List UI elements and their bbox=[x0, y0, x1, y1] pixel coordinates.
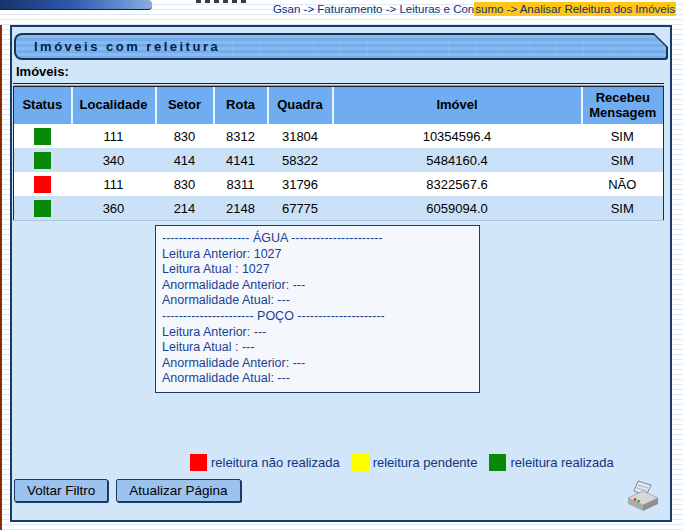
col-setor: Setor bbox=[156, 85, 214, 124]
detail-line: Leitura Atual : --- bbox=[162, 340, 474, 356]
col-rota: Rota bbox=[214, 85, 268, 124]
detail-line: Anormalidade Anterior: --- bbox=[162, 356, 474, 372]
cell-setor: 830 bbox=[156, 172, 214, 196]
legend-yellow-swatch bbox=[352, 454, 369, 471]
cell-rota: 4141 bbox=[214, 148, 268, 172]
cell-localidade: 111 bbox=[72, 172, 156, 196]
detail-line: Leitura Atual : 1027 bbox=[162, 262, 474, 278]
left-maroon-divider bbox=[0, 25, 2, 530]
detail-line: --------------------- ÁGUA -------------… bbox=[162, 231, 474, 247]
banner-fragment bbox=[0, 0, 152, 10]
cell-imovel: 5484160.4 bbox=[333, 148, 582, 172]
cell-localidade: 360 bbox=[72, 196, 156, 221]
status-square[interactable] bbox=[34, 128, 51, 145]
detail-line: Anormalidade Anterior: --- bbox=[162, 278, 474, 294]
detail-line: Leitura Anterior: 1027 bbox=[162, 247, 474, 263]
legend-red-label: releitura não realizada bbox=[211, 455, 340, 470]
status-square[interactable] bbox=[34, 200, 51, 217]
detail-line: Anormalidade Atual: --- bbox=[162, 293, 474, 309]
detail-line: Anormalidade Atual: --- bbox=[162, 371, 474, 387]
cell-imovel: 10354596.4 bbox=[333, 124, 582, 148]
cell-quadra: 67775 bbox=[268, 196, 333, 221]
detail-line: ---------------------- POÇO ------------… bbox=[162, 309, 474, 325]
reading-detail-box: --------------------- ÁGUA -------------… bbox=[155, 225, 480, 393]
cell-localidade: 111 bbox=[72, 124, 156, 148]
cell-rota: 2148 bbox=[214, 196, 268, 221]
cell-rota: 8312 bbox=[214, 124, 268, 148]
button-bar: Voltar Filtro Atualizar Página bbox=[14, 479, 241, 502]
legend-red-swatch bbox=[190, 454, 207, 471]
cutoff-text-fragment bbox=[196, 0, 248, 3]
cell-recebeu: NÃO bbox=[582, 172, 664, 196]
cell-quadra: 31804 bbox=[268, 124, 333, 148]
content-panel: Imóveis com releitura Imóveis: Status Lo… bbox=[10, 25, 672, 522]
cell-setor: 414 bbox=[156, 148, 214, 172]
table-row[interactable]: 111 830 8311 31796 8322567.6 NÃO bbox=[14, 172, 664, 196]
printer-icon[interactable] bbox=[624, 476, 662, 514]
breadcrumb: Gsan -> Faturamento -> Leituras e Consum… bbox=[273, 3, 676, 15]
detail-line: Leitura Anterior: --- bbox=[162, 325, 474, 341]
legend-green-swatch bbox=[489, 454, 506, 471]
cell-quadra: 58322 bbox=[268, 148, 333, 172]
cell-imovel: 8322567.6 bbox=[333, 172, 582, 196]
status-square[interactable] bbox=[34, 152, 51, 169]
cell-quadra: 31796 bbox=[268, 172, 333, 196]
legend-green-label: releitura realizada bbox=[510, 455, 613, 470]
cell-recebeu: SIM bbox=[582, 148, 664, 172]
imoveis-label: Imóveis: bbox=[16, 64, 69, 79]
col-quadra: Quadra bbox=[268, 85, 333, 124]
cell-rota: 8311 bbox=[214, 172, 268, 196]
page-title: Imóveis com releitura bbox=[16, 39, 220, 54]
col-recebeu-mensagem: Recebeu Mensagem bbox=[582, 85, 664, 124]
table-row[interactable]: 111 830 8312 31804 10354596.4 SIM bbox=[14, 124, 664, 148]
col-imovel: Imóvel bbox=[333, 85, 582, 124]
atualizar-pagina-button[interactable]: Atualizar Página bbox=[116, 479, 240, 502]
cell-setor: 214 bbox=[156, 196, 214, 221]
breadcrumb-highlighted-path[interactable]: sumo -> Analisar Releitura dos Imóveis bbox=[474, 2, 676, 16]
status-legend: releitura não realizada releitura penden… bbox=[190, 454, 626, 471]
cell-recebeu: SIM bbox=[582, 124, 664, 148]
section-titlebar: Imóveis com releitura bbox=[14, 33, 668, 60]
status-square[interactable] bbox=[34, 176, 51, 193]
table-header-row: Status Localidade Setor Rota Quadra Imóv… bbox=[14, 85, 664, 124]
imoveis-table: Status Localidade Setor Rota Quadra Imóv… bbox=[13, 83, 664, 221]
cell-imovel: 6059094.0 bbox=[333, 196, 582, 221]
legend-yellow-label: releitura pendente bbox=[373, 455, 478, 470]
table-row[interactable]: 340 414 4141 58322 5484160.4 SIM bbox=[14, 148, 664, 172]
cell-recebeu: SIM bbox=[582, 196, 664, 221]
col-status: Status bbox=[14, 85, 72, 124]
voltar-filtro-button[interactable]: Voltar Filtro bbox=[14, 479, 108, 502]
cell-setor: 830 bbox=[156, 124, 214, 148]
cell-localidade: 340 bbox=[72, 148, 156, 172]
table-row[interactable]: 360 214 2148 67775 6059094.0 SIM bbox=[14, 196, 664, 221]
col-localidade: Localidade bbox=[72, 85, 156, 124]
breadcrumb-path[interactable]: Gsan -> Faturamento -> Leituras e Con bbox=[273, 3, 474, 15]
